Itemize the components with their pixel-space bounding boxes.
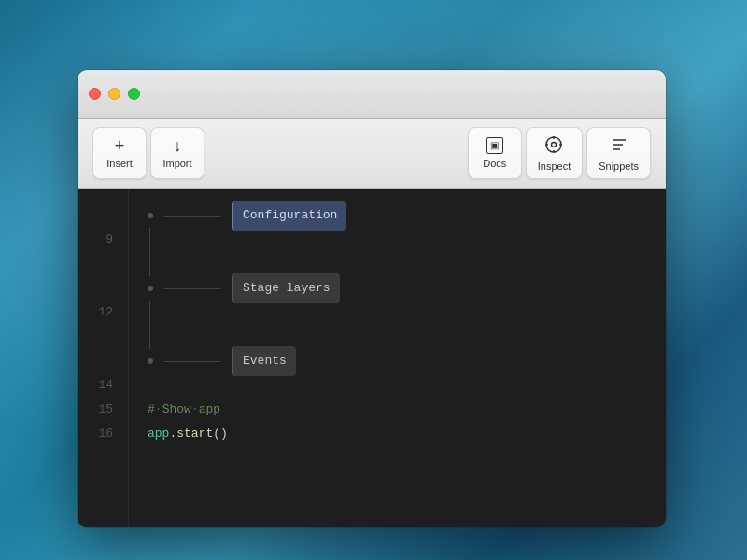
maximize-button[interactable] xyxy=(128,88,140,100)
code-app-start: app.start() xyxy=(148,422,228,446)
svg-point-0 xyxy=(546,137,561,152)
close-button[interactable] xyxy=(89,88,101,100)
fold-dot-configuration xyxy=(148,213,153,218)
plus-icon: + xyxy=(115,137,125,154)
docs-icon: ▣ xyxy=(486,137,503,154)
snippets-button[interactable]: Snippets xyxy=(586,127,651,179)
line-num-14: 14 xyxy=(92,373,120,398)
empty-line-1 xyxy=(148,228,647,252)
insert-label: Insert xyxy=(106,158,133,169)
events-snippet[interactable]: Events xyxy=(232,346,296,376)
line-num-blank3 xyxy=(92,276,120,301)
stage-layers-line: Stage layers xyxy=(148,276,647,301)
main-window: + Insert ↓ Import ▣ Docs xyxy=(78,70,666,527)
empty-line-5 xyxy=(148,373,647,398)
snippets-label: Snippets xyxy=(599,161,639,172)
line-num-12: 12 xyxy=(92,301,120,325)
minimize-button[interactable] xyxy=(108,88,120,100)
line-num-blank1 xyxy=(92,203,120,228)
inspect-button[interactable]: Inspect xyxy=(526,127,583,179)
configuration-line: Configuration xyxy=(148,203,647,228)
import-label: Import xyxy=(162,158,191,169)
events-line: Events xyxy=(148,349,647,373)
line-num-blank5 xyxy=(92,349,120,373)
empty-line-3 xyxy=(148,301,647,325)
code-area: Configuration Stage layers xyxy=(129,189,666,527)
fold-dot-stage-layers xyxy=(148,286,153,291)
inspect-label: Inspect xyxy=(538,161,571,172)
docs-label: Docs xyxy=(483,158,506,169)
toolbar: + Insert ↓ Import ▣ Docs xyxy=(78,119,666,189)
inspect-icon xyxy=(544,135,563,157)
token-app: app xyxy=(148,427,169,441)
line-num-blank2 xyxy=(92,252,120,276)
line-num-15: 15 xyxy=(92,398,120,422)
line-numbers: 9 12 14 15 16 xyxy=(78,189,129,527)
titlebar xyxy=(78,70,666,119)
snippets-icon xyxy=(610,135,628,157)
import-button[interactable]: ↓ Import xyxy=(150,127,204,179)
editor-area: 9 12 14 15 16 Configuration xyxy=(78,189,666,527)
fold-dot-events xyxy=(148,358,153,364)
line-num-16: 16 xyxy=(92,422,120,446)
configuration-snippet[interactable]: Configuration xyxy=(232,201,346,231)
traffic-lights xyxy=(89,88,140,100)
token-start: start xyxy=(176,427,213,441)
token-parens: () xyxy=(213,427,228,441)
app-start-line: app.start() xyxy=(148,422,647,446)
svg-point-1 xyxy=(552,142,557,147)
comment-show-app-line: #·Show·app xyxy=(148,398,647,422)
comment-text: #·Show·app xyxy=(148,398,220,422)
docs-button[interactable]: ▣ Docs xyxy=(468,127,522,179)
stage-layers-snippet[interactable]: Stage layers xyxy=(232,273,340,303)
download-icon: ↓ xyxy=(174,137,182,154)
line-num-blank4 xyxy=(92,325,120,349)
insert-button[interactable]: + Insert xyxy=(92,127,147,179)
line-num-9: 9 xyxy=(92,228,120,252)
